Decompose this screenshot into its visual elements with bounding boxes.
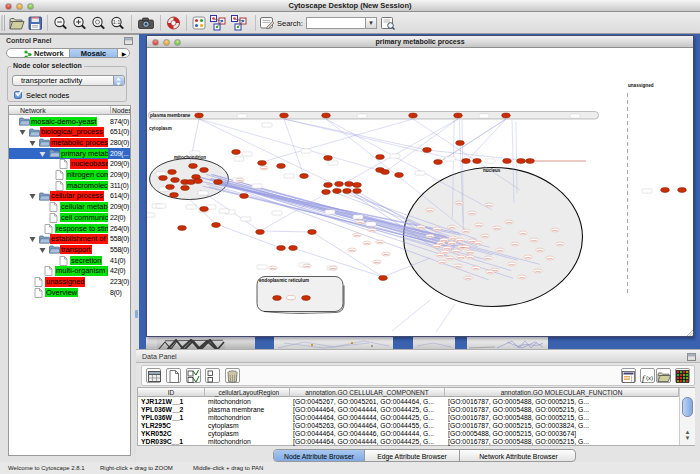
svg-text:nucleus: nucleus [483, 168, 501, 173]
svg-text:unassigned: unassigned [628, 83, 654, 88]
svg-text:mitochondrion: mitochondrion [174, 155, 206, 160]
svg-text:(x): (x) [646, 375, 653, 381]
svg-text:endoplasmic reticulum: endoplasmic reticulum [259, 278, 309, 283]
svg-text:1:1: 1:1 [113, 19, 121, 25]
svg-text:cytoplasm: cytoplasm [149, 126, 172, 131]
svg-text:plasma membrane: plasma membrane [150, 113, 191, 118]
